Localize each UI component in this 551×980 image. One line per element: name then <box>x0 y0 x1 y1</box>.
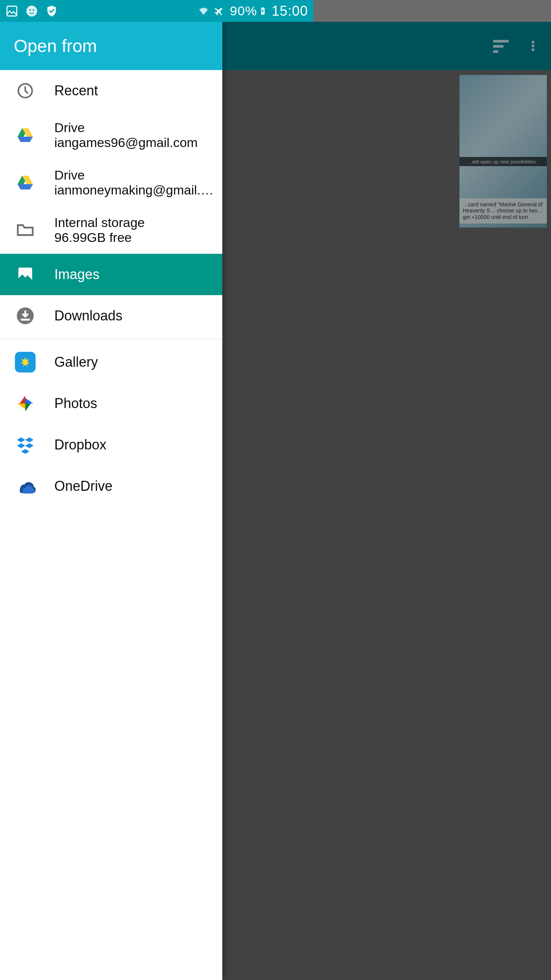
app-notification-icon <box>25 5 38 18</box>
onedrive-app-icon <box>15 475 36 497</box>
shield-check-icon <box>45 5 58 18</box>
svg-rect-5 <box>262 7 264 8</box>
folder-icon <box>15 219 36 241</box>
svg-point-2 <box>29 9 31 11</box>
divider <box>0 339 222 339</box>
source-subtitle: iangames96@gmail.com <box>54 135 214 150</box>
source-subtitle: 96.99GB free <box>54 230 214 245</box>
battery-percent: 90% <box>230 3 257 18</box>
drawer-title: Open from <box>0 22 222 70</box>
image-icon <box>15 264 36 285</box>
wifi-icon <box>198 5 209 17</box>
battery-status: 90% <box>230 3 267 18</box>
dropbox-app-icon <box>15 434 36 456</box>
airplane-mode-icon <box>214 5 225 17</box>
source-label: Downloads <box>54 308 214 324</box>
source-item-drive-2[interactable]: Drive ianmoneymaking@gmail.… <box>0 159 222 206</box>
source-item-recent[interactable]: Recent <box>0 70 222 111</box>
gallery-app-icon <box>15 351 36 373</box>
source-item-drive-1[interactable]: Drive iangames96@gmail.com <box>0 111 222 159</box>
photos-app-icon <box>15 393 36 414</box>
open-from-drawer: Open from Recent Drive iangam <box>0 22 222 557</box>
status-bar: 90% 15:00 <box>0 0 313 22</box>
source-item-images[interactable]: Images <box>0 254 222 295</box>
drive-icon <box>15 172 36 193</box>
source-item-downloads[interactable]: Downloads <box>0 295 222 336</box>
source-subtitle: ianmoneymaking@gmail.… <box>54 183 214 198</box>
drawer-list: Recent Drive iangames96@gmail.com <box>0 70 222 557</box>
source-label: Drive <box>54 168 214 183</box>
app-label: Dropbox <box>54 437 214 453</box>
app-item-photos[interactable]: Photos <box>0 383 222 424</box>
app-label: Photos <box>54 395 214 412</box>
download-icon <box>15 305 36 327</box>
drive-icon <box>15 124 36 146</box>
app-item-gallery[interactable]: Gallery <box>0 341 222 383</box>
source-label: Recent <box>54 83 214 99</box>
svg-point-1 <box>26 5 37 16</box>
source-label: Internal storage <box>54 215 214 230</box>
picture-icon <box>5 5 18 18</box>
clock-time: 15:00 <box>272 3 308 19</box>
source-label: Images <box>54 266 214 283</box>
drawer-title-text: Open from <box>14 36 97 56</box>
source-label: Drive <box>54 120 214 135</box>
svg-rect-0 <box>7 6 17 16</box>
app-item-dropbox[interactable]: Dropbox <box>0 424 222 466</box>
app-label: Gallery <box>54 354 214 370</box>
app-item-onedrive[interactable]: OneDrive <box>0 466 222 507</box>
source-item-internal-storage[interactable]: Internal storage 96.99GB free <box>0 206 222 254</box>
svg-point-3 <box>33 9 34 11</box>
clock-icon <box>15 80 36 101</box>
app-label: OneDrive <box>54 478 214 494</box>
